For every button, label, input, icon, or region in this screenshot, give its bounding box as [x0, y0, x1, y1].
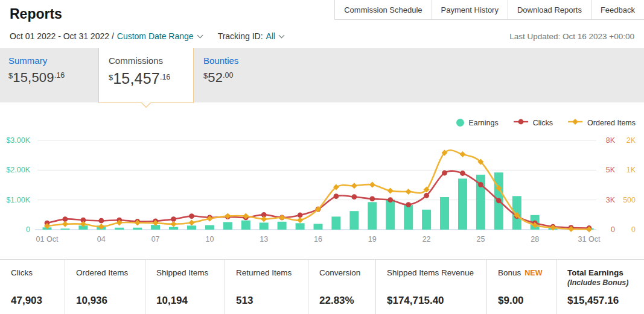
- stat-cell-clicks: Clicks47,903: [0, 260, 65, 314]
- stat-cell-shipped-items: Shipped Items10,194: [145, 260, 225, 314]
- tab-payment-history[interactable]: Payment History: [432, 0, 508, 19]
- legend-item-earnings[interactable]: Earnings: [456, 119, 498, 127]
- page-title: Reports: [10, 6, 62, 22]
- stat-cell-total-earnings: Total Earnings(Includes Bonus)$15,457.16: [556, 260, 644, 314]
- ordered-items-legend-marker-icon: [567, 118, 583, 127]
- summary-card-amount: $15,457.16: [109, 70, 193, 87]
- stat-label: Total Earnings: [567, 268, 639, 277]
- svg-text:5K: 5K: [606, 166, 616, 174]
- svg-text:07: 07: [151, 235, 160, 243]
- tracking-id-label: Tracking ID:: [218, 31, 263, 41]
- summary-card-summary[interactable]: Summary $15,509.16: [8, 55, 65, 86]
- svg-text:0: 0: [631, 225, 636, 234]
- summary-card-label[interactable]: Bounties: [203, 55, 238, 66]
- svg-text:$2.00K: $2.00K: [6, 166, 30, 174]
- svg-text:28: 28: [531, 235, 539, 243]
- last-updated-text: Last Updated: Oct 16 2023 +00:00: [509, 32, 634, 41]
- stat-value: 513: [236, 295, 303, 307]
- chevron-down-icon[interactable]: [197, 33, 203, 39]
- svg-text:3K: 3K: [606, 196, 616, 204]
- stat-sublabel: (Includes Bonus): [567, 278, 639, 287]
- top-nav-tabs: Commission Schedule Payment History Down…: [334, 0, 644, 20]
- svg-text:01 Oct: 01 Oct: [36, 235, 59, 243]
- stat-cell-bonus: BonusNEW$9.00: [486, 260, 556, 314]
- stat-label: Returned Items: [236, 268, 303, 277]
- stat-label: BonusNEW: [498, 268, 551, 277]
- new-badge: NEW: [524, 269, 542, 277]
- svg-text:22: 22: [422, 235, 431, 243]
- svg-text:1K: 1K: [626, 166, 636, 174]
- legend-item-ordered-items[interactable]: Ordered Items: [567, 118, 636, 127]
- stat-label: Ordered Items: [76, 268, 140, 277]
- custom-date-range-dropdown[interactable]: Custom Date Range: [117, 31, 194, 41]
- stat-label: Shipped Items Revenue: [387, 268, 482, 277]
- svg-text:500: 500: [623, 196, 636, 204]
- summary-card-label[interactable]: Summary: [8, 55, 65, 66]
- svg-text:$1.00K: $1.00K: [6, 196, 30, 204]
- earnings-legend-dot-icon: [456, 119, 464, 127]
- earnings-summary-strip: Summary $15,509.16 Commissions $15,457.1…: [0, 48, 644, 102]
- date-range-label: Oct 01 2022 - Oct 31 2022 /: [10, 31, 114, 41]
- clicks-legend-marker-icon: [513, 118, 529, 127]
- tracking-id-dropdown[interactable]: All: [266, 31, 276, 41]
- stat-value: 10,936: [76, 295, 140, 307]
- stat-label: Conversion: [319, 268, 371, 277]
- stat-label: Clicks: [11, 268, 60, 277]
- svg-text:25: 25: [476, 235, 485, 243]
- filter-row: Oct 01 2022 - Oct 31 2022 / Custom Date …: [10, 31, 634, 41]
- svg-text:0: 0: [26, 225, 30, 234]
- stat-cell-ordered-items: Ordered Items10,936: [65, 260, 145, 314]
- svg-text:10: 10: [205, 235, 214, 243]
- chevron-down-icon[interactable]: [279, 33, 285, 39]
- svg-text:$3.00K: $3.00K: [6, 136, 30, 145]
- tab-feedback[interactable]: Feedback: [591, 0, 644, 19]
- stat-label: Shipped Items: [156, 268, 220, 277]
- svg-text:2K: 2K: [626, 136, 636, 145]
- svg-text:8K: 8K: [606, 136, 616, 145]
- stat-value: $15,457.16: [567, 295, 639, 307]
- stat-cell-shipped-items-revenue: Shipped Items Revenue$174,715.40: [375, 260, 486, 314]
- summary-card-amount: $52.00: [203, 70, 238, 86]
- legend-item-clicks[interactable]: Clicks: [513, 118, 553, 127]
- summary-card-amount: $15,509.16: [8, 70, 65, 86]
- stat-value: 47,903: [11, 295, 60, 307]
- chart-legend: Earnings Clicks Ordered Items: [456, 118, 636, 127]
- svg-text:0: 0: [611, 225, 615, 234]
- stat-cell-returned-items: Returned Items513: [225, 260, 308, 314]
- summary-card-commissions-selected[interactable]: Commissions $15,457.16: [98, 48, 194, 103]
- svg-text:16: 16: [314, 235, 322, 243]
- stat-value: $174,715.40: [387, 295, 482, 307]
- stat-value: $9.00: [498, 295, 551, 307]
- svg-text:19: 19: [368, 235, 377, 243]
- reports-page: Reports Commission Schedule Payment Hist…: [0, 0, 644, 314]
- chart-section: Earnings Clicks Ordered Items 0$1.00K$2.…: [0, 102, 644, 259]
- stat-value: 22.83%: [319, 295, 371, 307]
- tab-commission-schedule[interactable]: Commission Schedule: [334, 0, 431, 19]
- svg-text:13: 13: [260, 235, 268, 243]
- summary-card-label: Commissions: [109, 55, 193, 66]
- stats-summary-row: Clicks47,903Ordered Items10,936Shipped I…: [0, 259, 644, 314]
- svg-text:04: 04: [97, 235, 106, 243]
- stat-cell-conversion: Conversion22.83%: [308, 260, 375, 314]
- tab-download-reports[interactable]: Download Reports: [508, 0, 591, 19]
- summary-card-bounties[interactable]: Bounties $52.00: [203, 55, 238, 86]
- stat-value: 10,194: [156, 295, 220, 307]
- svg-text:31 Oct: 31 Oct: [578, 235, 601, 243]
